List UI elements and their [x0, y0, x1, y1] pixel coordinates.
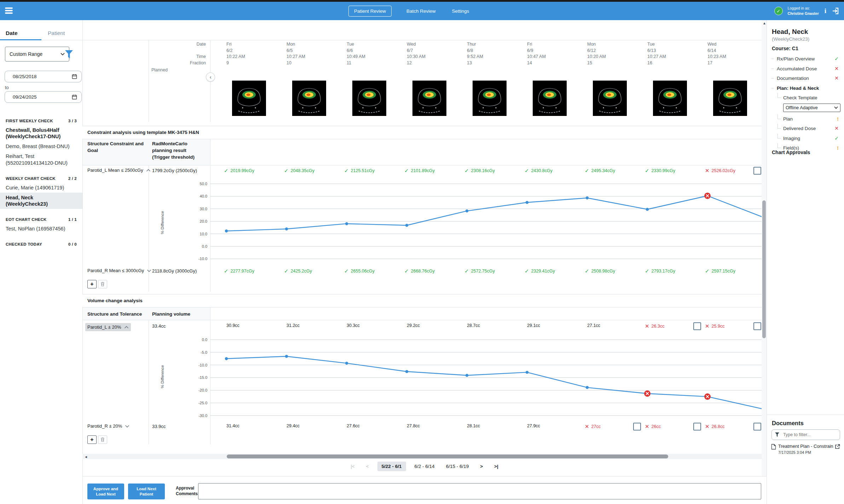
- result-cell: ✓2655.06cGy: [344, 268, 375, 274]
- structure-cell[interactable]: Parotid_L ± 20%: [85, 323, 131, 331]
- first-page-button[interactable]: |<: [348, 462, 357, 471]
- column-date: 6/5: [287, 48, 305, 54]
- result-cell: 30.9cc: [224, 323, 239, 328]
- horizontal-scrollbar[interactable]: ◄►: [82, 454, 767, 459]
- approve-and-load-next-button[interactable]: Approve and Load Next: [87, 484, 124, 499]
- check-item-rx-plan-overview[interactable]: Rx/Plan Overview✓: [767, 54, 844, 64]
- ct-thumbnail[interactable]: [653, 81, 687, 116]
- svg-text:-10.0: -10.0: [198, 363, 207, 367]
- result-value: 29.2cc: [404, 323, 420, 328]
- ct-thumbnail[interactable]: [352, 81, 386, 116]
- structure-cell[interactable]: Parotid_R Mean ≤ 3000cGy: [87, 268, 151, 273]
- last-page-button[interactable]: >|: [491, 462, 501, 471]
- ct-thumbnail[interactable]: [232, 81, 266, 116]
- structure-cell[interactable]: Parotid_R ± 20%: [87, 423, 129, 429]
- acknowledge-checkbox[interactable]: [693, 322, 701, 330]
- check-item-plan[interactable]: Plan!: [767, 114, 844, 124]
- page-range-button[interactable]: 6/2 - 6/14: [412, 462, 438, 471]
- svg-text:0.0: 0.0: [202, 244, 207, 248]
- check-icon: ✓: [834, 55, 839, 62]
- result-value: 27cc: [591, 424, 601, 429]
- result-cell: ✓2495.34cGy: [585, 168, 615, 174]
- result-value: 27.6cc: [344, 423, 360, 428]
- col-header-structure: Structure Constraint and Goal: [87, 141, 146, 154]
- volume-trend-chart: 0.0-5.0-10.0-15.0-20.0-25.0-30.0% Differ…: [82, 334, 767, 420]
- next-page-button[interactable]: >: [477, 462, 486, 471]
- previous-page-button[interactable]: <: [363, 462, 372, 471]
- ct-thumbnail[interactable]: [412, 81, 446, 116]
- approval-comments-label: Approval Comments: [176, 486, 197, 497]
- page-range-button[interactable]: 5/22 - 6/1: [377, 462, 406, 471]
- check-icon: ✓: [464, 268, 469, 274]
- planning-value: 2118.8cGy (3000cGy): [152, 268, 197, 274]
- filter-icon: [775, 432, 780, 437]
- x-icon: ✕: [834, 65, 839, 72]
- approval-comments-input[interactable]: [198, 483, 761, 499]
- add-constraint-button[interactable]: +: [87, 435, 97, 444]
- acknowledge-checkbox[interactable]: [633, 423, 641, 430]
- acknowledge-checkbox[interactable]: [753, 423, 761, 430]
- warning-icon: !: [837, 116, 839, 123]
- check-item-check-template[interactable]: Check Template: [767, 93, 844, 103]
- documents-filter: [771, 429, 840, 440]
- result-cell: ✓2308.16cGy: [464, 168, 495, 174]
- structure-cell[interactable]: Parotid_L Mean ≤ 2500cGy: [87, 168, 151, 173]
- column-day: Tue: [647, 41, 666, 48]
- ct-thumbnail[interactable]: [533, 81, 567, 116]
- section-title: Volume change analysis: [87, 298, 143, 303]
- fraction-column-header: Mon6/1210:20 AM15: [587, 41, 606, 66]
- footer-divider: [82, 476, 767, 476]
- documents-filter-input[interactable]: [782, 431, 838, 439]
- chevron-down-icon[interactable]: [147, 269, 151, 272]
- tree-connector: [777, 143, 781, 148]
- check-icon: ✓: [705, 268, 710, 274]
- check-template-select[interactable]: Offline Adaptive: [783, 104, 840, 112]
- collapse-columns-button[interactable]: ‹: [206, 72, 215, 82]
- svg-text:-20.0: -20.0: [198, 388, 207, 392]
- result-value: 2308.16cGy: [471, 168, 495, 173]
- horizontal-scroll-thumb[interactable]: [227, 455, 668, 458]
- result-value: 2329.41cGy: [531, 269, 555, 274]
- chevron-up-icon[interactable]: [146, 169, 151, 172]
- scroll-up-arrow[interactable]: ▲: [763, 21, 766, 25]
- acknowledge-checkbox[interactable]: [693, 423, 701, 430]
- tree-connector: [771, 69, 774, 69]
- check-icon: ✓: [224, 168, 229, 174]
- result-value: 2572.75cGy: [471, 269, 495, 274]
- result-cell: ✕26.3cc: [645, 323, 664, 329]
- vertical-scroll-thumb[interactable]: [762, 200, 766, 338]
- delete-constraint-button[interactable]: [98, 435, 107, 444]
- patient-id: (WeeklyCheck23): [772, 36, 809, 42]
- delete-constraint-button[interactable]: [98, 280, 107, 288]
- pagination: |<<5/22 - 6/16/2 - 6/146/15 - 6/19>>|: [82, 462, 767, 471]
- ct-thumbnail[interactable]: [593, 81, 627, 116]
- result-value: 28.1cc: [464, 423, 480, 428]
- result-value: 30.3cc: [344, 323, 360, 328]
- column-day: Fri: [527, 41, 546, 48]
- check-item-plan-head-neck[interactable]: Plan: Head & Neck: [767, 83, 844, 93]
- load-next-patient-button[interactable]: Load Next Patient: [128, 484, 165, 499]
- ct-thumbnail[interactable]: [292, 81, 326, 116]
- result-value: 2495.34cGy: [591, 168, 615, 173]
- check-icon: ✓: [344, 168, 349, 174]
- column-time: 9:52 AM: [467, 54, 483, 60]
- acknowledge-checkbox[interactable]: [753, 322, 761, 330]
- scroll-left-arrow[interactable]: ◄: [84, 455, 88, 459]
- add-constraint-button[interactable]: +: [87, 280, 97, 288]
- check-item-documentation[interactable]: Documentation✕: [767, 74, 844, 83]
- planning-value: 33.4cc: [152, 323, 166, 329]
- chevron-down-icon[interactable]: [125, 425, 129, 428]
- ct-thumbnail[interactable]: [473, 81, 507, 116]
- check-item-imaging[interactable]: Imaging✓: [767, 134, 844, 143]
- result-cell: ✓2048.35cGy: [284, 168, 314, 174]
- check-item-accumulated-dose[interactable]: Accumulated Dose✕: [767, 64, 844, 74]
- x-icon: ✕: [834, 125, 839, 131]
- open-document-icon[interactable]: [835, 444, 840, 449]
- check-item-delivered-dose[interactable]: Delivered Dose✕: [767, 124, 844, 134]
- ct-thumbnail[interactable]: [713, 81, 747, 116]
- x-icon: ✕: [834, 75, 839, 81]
- acknowledge-checkbox[interactable]: [753, 167, 761, 175]
- page-range-button[interactable]: 6/15 - 6/19: [443, 462, 472, 471]
- chevron-up-icon[interactable]: [124, 326, 129, 329]
- document-link[interactable]: Treatment Plan - Constrain: [771, 444, 841, 450]
